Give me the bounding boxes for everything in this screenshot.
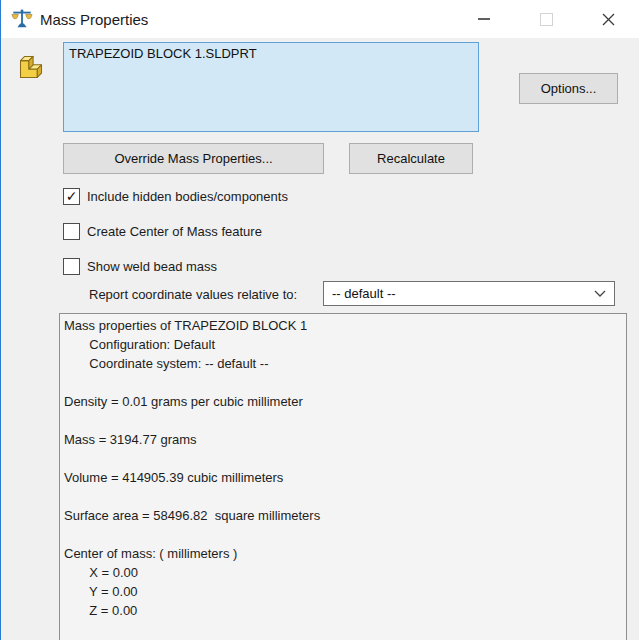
override-mass-properties-button[interactable]: Override Mass Properties... <box>63 143 324 174</box>
minimize-icon <box>478 18 490 20</box>
include-hidden-label: Include hidden bodies/components <box>87 189 288 204</box>
include-hidden-checkbox[interactable]: ✓ <box>63 188 80 205</box>
coordinate-system-dropdown[interactable]: -- default -- <box>323 281 615 306</box>
selected-document-box[interactable]: TRAPEZOID BLOCK 1.SLDPRT <box>63 42 479 132</box>
mass-properties-scale-icon <box>11 8 33 30</box>
chevron-down-icon <box>594 290 606 298</box>
recalculate-button[interactable]: Recalculate <box>349 143 473 174</box>
part-document-icon <box>10 48 52 90</box>
mass-properties-dialog: Mass Properties <box>0 0 639 640</box>
window-title: Mass Properties <box>40 11 148 28</box>
weld-bead-checkbox[interactable]: ✓ <box>63 258 80 275</box>
coordinate-system-label: Report coordinate values relative to: <box>89 287 297 302</box>
mass-properties-report[interactable]: Mass properties of TRAPEZOID BLOCK 1 Con… <box>59 313 627 640</box>
create-com-checkbox[interactable]: ✓ <box>63 223 80 240</box>
maximize-icon <box>540 13 553 26</box>
maximize-button[interactable] <box>515 0 577 38</box>
checkmark-icon: ✓ <box>66 189 78 203</box>
checkbox-row-create-com[interactable]: ✓ Create Center of Mass feature <box>63 223 262 240</box>
close-button[interactable] <box>577 0 639 38</box>
title-bar[interactable]: Mass Properties <box>1 0 639 38</box>
checkbox-row-weld-bead[interactable]: ✓ Show weld bead mass <box>63 258 217 275</box>
selected-document-name: TRAPEZOID BLOCK 1.SLDPRT <box>69 46 257 61</box>
weld-bead-label: Show weld bead mass <box>87 259 217 274</box>
minimize-button[interactable] <box>453 0 515 38</box>
close-icon <box>602 13 615 26</box>
checkbox-row-include-hidden[interactable]: ✓ Include hidden bodies/components <box>63 188 288 205</box>
coordinate-system-value: -- default -- <box>332 286 594 301</box>
report-text: Mass properties of TRAPEZOID BLOCK 1 Con… <box>60 314 626 622</box>
options-button[interactable]: Options... <box>519 73 618 104</box>
create-com-label: Create Center of Mass feature <box>87 224 262 239</box>
